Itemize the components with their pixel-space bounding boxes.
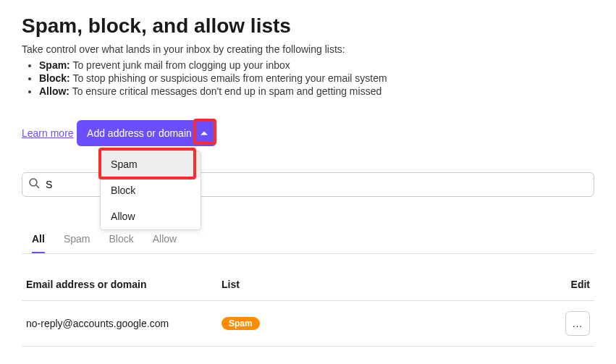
page-subtitle: Take control over what lands in your inb…: [22, 43, 594, 55]
col-header-address: Email address or domain: [26, 279, 221, 290]
row-edit-button[interactable]: ...: [565, 311, 590, 336]
col-header-list: List: [221, 279, 547, 290]
tab-block[interactable]: Block: [109, 233, 133, 253]
list-badge-spam: Spam: [221, 317, 260, 330]
dropdown-item-block[interactable]: Block: [101, 177, 201, 203]
search-icon: [28, 177, 44, 192]
row-list: Spam: [221, 317, 547, 330]
svg-point-0: [30, 179, 37, 186]
dropdown-item-allow[interactable]: Allow: [101, 203, 201, 229]
tab-allow[interactable]: Allow: [153, 233, 177, 253]
tab-spam[interactable]: Spam: [64, 233, 90, 253]
add-dropdown: Spam Block Allow: [100, 151, 201, 230]
table-row: no-reply@accounts.google.com Spam ...: [22, 301, 594, 347]
list-tabs: All Spam Block Allow: [22, 233, 594, 254]
dropdown-item-spam[interactable]: Spam: [101, 151, 201, 177]
bullet-allow: Allow: To ensure critical messages don't…: [39, 85, 594, 97]
page-title: Spam, block, and allow lists: [22, 14, 594, 38]
add-address-label: Add address or domain: [87, 127, 192, 139]
chevron-up-icon: [201, 131, 208, 136]
tab-all[interactable]: All: [32, 233, 45, 253]
table-header-row: Email address or domain List Edit: [22, 268, 594, 301]
bullet-block: Block: To stop phishing or suspicious em…: [39, 72, 594, 84]
col-header-edit: Edit: [547, 279, 590, 290]
bullet-spam: Spam: To prevent junk mail from clogging…: [39, 59, 594, 71]
svg-line-1: [36, 185, 39, 188]
ellipsis-icon: ...: [573, 319, 583, 329]
row-address: no-reply@accounts.google.com: [26, 318, 221, 329]
add-address-button[interactable]: Add address or domain: [77, 120, 216, 146]
intro-bullets: Spam: To prevent junk mail from clogging…: [22, 59, 594, 97]
list-table: Email address or domain List Edit no-rep…: [22, 268, 594, 347]
learn-more-link[interactable]: Learn more: [22, 127, 74, 139]
